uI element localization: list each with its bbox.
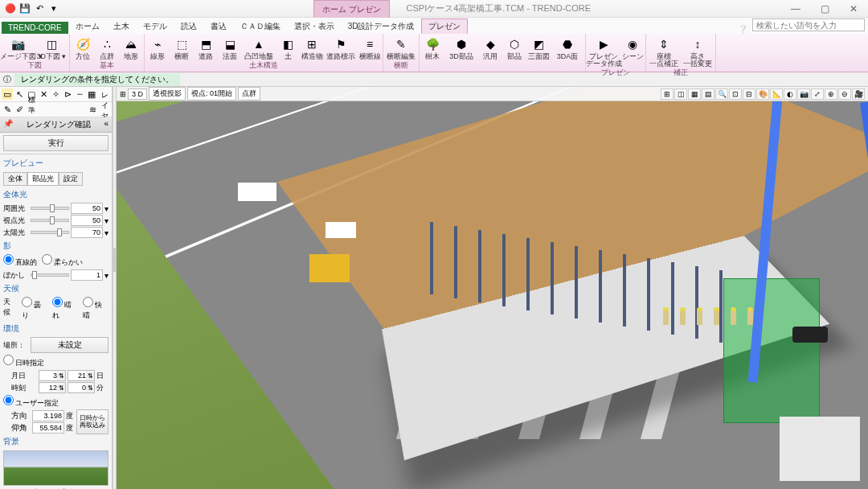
ribbon-button[interactable]: ▲凸凹地盤 bbox=[243, 35, 275, 60]
ribbon-button[interactable]: ▶プレゼン データ作成 bbox=[588, 35, 620, 68]
layer-dropdown[interactable]: レイヤ ▾ bbox=[99, 104, 110, 115]
subtab-partlight[interactable]: 部品光 bbox=[27, 172, 59, 186]
blur-input[interactable] bbox=[71, 269, 103, 281]
viewport-tool-icon[interactable]: 📷 bbox=[797, 88, 810, 100]
viewport-tool-icon[interactable]: ◫ bbox=[674, 88, 687, 100]
viewport-tool-icon[interactable]: ⊞ bbox=[661, 88, 674, 100]
undo-icon[interactable]: ↶ bbox=[34, 3, 45, 14]
ribbon-button[interactable]: 📷イメージ下図 ▾ bbox=[2, 35, 34, 60]
reload-from-datetime-button[interactable]: 日時から 再取込み bbox=[76, 409, 108, 434]
blur-slider[interactable] bbox=[31, 273, 69, 277]
weather-cloudy[interactable]: 曇り bbox=[22, 297, 47, 321]
ambient-slider[interactable] bbox=[31, 207, 69, 210]
direction-input[interactable] bbox=[32, 410, 64, 421]
ribbon-button[interactable]: ⬚横断 bbox=[170, 35, 193, 60]
ribbon-button[interactable]: ⬒道路 bbox=[194, 35, 217, 60]
arrow-tool-icon[interactable]: ↖ bbox=[14, 88, 25, 100]
weather-sunny[interactable]: 晴れ bbox=[52, 297, 78, 321]
viewport-3d-label[interactable]: 3 D bbox=[128, 88, 147, 100]
tab-civil[interactable]: 土木 bbox=[107, 19, 136, 34]
edit2-icon[interactable]: ✐ bbox=[14, 104, 25, 115]
panel-close-icon[interactable]: « bbox=[104, 119, 108, 130]
redo-icon[interactable]: ▾ bbox=[48, 3, 59, 14]
viewport-tool-icon[interactable]: 🎥 bbox=[852, 88, 865, 100]
viewport-tool-icon[interactable]: ⊡ bbox=[729, 88, 742, 100]
minimize-button[interactable]: ― bbox=[781, 0, 810, 18]
ribbon-button[interactable]: ◉シーン bbox=[621, 35, 644, 68]
dash-tool-icon[interactable]: ┄ bbox=[74, 88, 85, 100]
ribbon-button[interactable]: ⬣3DA面 bbox=[551, 35, 583, 71]
ribbon-button[interactable]: ⌁線形 bbox=[146, 35, 169, 60]
sunlight-slider[interactable] bbox=[31, 231, 69, 234]
subtab-overall[interactable]: 全体 bbox=[3, 172, 27, 186]
maximize-button[interactable]: ▢ bbox=[810, 0, 839, 18]
ribbon-button[interactable]: ◩三面図 bbox=[527, 35, 550, 71]
ribbon-button[interactable]: ⛰地形 bbox=[120, 35, 142, 60]
tab-export[interactable]: 書込 bbox=[204, 19, 233, 34]
viewport-tool-icon[interactable]: ▤ bbox=[702, 88, 714, 100]
ribbon-button[interactable]: ◫3D下図 ▾ bbox=[35, 35, 68, 60]
execute-button[interactable]: 実行 bbox=[3, 135, 108, 151]
weather-clear[interactable]: 快晴 bbox=[83, 297, 108, 321]
month-spinner[interactable]: ⇅ bbox=[39, 370, 66, 381]
ribbon-button[interactable]: ≡横断線 bbox=[358, 35, 381, 60]
viewport-mode-icon[interactable]: ⊞ bbox=[120, 90, 126, 98]
viewlight-dropdown-icon[interactable]: ▾ bbox=[104, 216, 108, 225]
edit-icon[interactable]: ✎ bbox=[2, 104, 13, 115]
save-icon[interactable]: 💾 bbox=[19, 3, 31, 14]
viewport-viewpoint[interactable]: 視点: 01開始 bbox=[187, 87, 236, 101]
day-spinner[interactable]: ⇅ bbox=[68, 370, 95, 381]
viewlight-slider[interactable] bbox=[31, 219, 69, 222]
tab-model[interactable]: モデル bbox=[137, 19, 174, 34]
ruler-tool-icon[interactable]: ✕ bbox=[38, 88, 49, 100]
min-spinner[interactable]: ⇅ bbox=[68, 382, 95, 393]
hour-spinner[interactable]: ⇅ bbox=[39, 382, 66, 393]
subtab-settings[interactable]: 設定 bbox=[59, 172, 83, 186]
ribbon-button[interactable]: ⊞構造物 bbox=[301, 35, 323, 60]
ambient-dropdown-icon[interactable]: ▾ bbox=[104, 204, 108, 213]
blur-dropdown-icon[interactable]: ▾ bbox=[104, 271, 108, 280]
layer-icon[interactable]: ≋ bbox=[87, 104, 98, 115]
viewport-tool-icon[interactable]: 🔍 bbox=[715, 88, 728, 100]
select-tool-icon[interactable]: ▭ bbox=[2, 88, 13, 100]
user-option[interactable]: ユーザー指定 bbox=[3, 395, 59, 409]
viewport-tool-icon[interactable]: ⊕ bbox=[825, 88, 837, 100]
more-tool-icon[interactable]: ⊳ bbox=[62, 88, 73, 100]
ribbon-button[interactable]: ◧土 bbox=[276, 35, 299, 60]
viewport-tool-icon[interactable]: ▦ bbox=[688, 88, 701, 100]
viewport-tool-icon[interactable]: ⤢ bbox=[811, 88, 824, 100]
sunlight-input[interactable] bbox=[71, 227, 103, 238]
viewport-tool-icon[interactable]: ⊖ bbox=[838, 88, 851, 100]
tab-cad[interactable]: ＣＡＤ編集 bbox=[234, 19, 287, 34]
ribbon-button[interactable]: ⚑道路標示 bbox=[325, 35, 357, 60]
grid-tool-icon[interactable]: ▦ bbox=[86, 88, 97, 100]
panel-pin-icon[interactable]: 📌 bbox=[3, 119, 13, 130]
ribbon-button[interactable]: 🌳樹木 bbox=[421, 35, 444, 71]
viewport-tool-icon[interactable]: 📐 bbox=[770, 88, 783, 100]
ribbon-button[interactable]: ⬢3D部品 bbox=[445, 35, 477, 71]
ambient-input[interactable] bbox=[71, 203, 103, 214]
ribbon-button[interactable]: ↕高さ 一括変更 bbox=[682, 35, 714, 68]
ribbon-button[interactable]: ✎横断編集 bbox=[385, 35, 417, 60]
brand-button[interactable]: TREND-CORE bbox=[2, 22, 68, 34]
viewlight-input[interactable] bbox=[71, 215, 103, 226]
place-button[interactable]: 未設定 bbox=[31, 337, 108, 353]
viewport-tool-icon[interactable]: 🎨 bbox=[756, 88, 769, 100]
search-input[interactable] bbox=[752, 18, 865, 31]
sunlight-dropdown-icon[interactable]: ▾ bbox=[104, 228, 108, 237]
viewport-tool-icon[interactable]: ◐ bbox=[784, 88, 796, 100]
tab-home[interactable]: ホーム bbox=[69, 19, 106, 34]
viewport-tool-icon[interactable]: ⊟ bbox=[743, 88, 755, 100]
datetime-option[interactable]: 日時指定 bbox=[3, 355, 44, 368]
tab-3ddata[interactable]: 3D設計データ作成 bbox=[342, 19, 421, 34]
shadow-linear-option[interactable]: 直線的 bbox=[3, 254, 37, 268]
standard-dropdown[interactable]: 標準 ▾ bbox=[26, 104, 37, 115]
tab-select[interactable]: 選択・表示 bbox=[288, 19, 341, 34]
close-button[interactable]: ✕ bbox=[839, 0, 868, 18]
tab-import[interactable]: 読込 bbox=[174, 19, 203, 34]
background-preview[interactable] bbox=[3, 450, 108, 486]
ribbon-button[interactable]: ⇕座標 一点補正 bbox=[648, 35, 680, 68]
ribbon-button[interactable]: ◆汎用 bbox=[479, 35, 502, 71]
ribbon-button[interactable]: 🧭方位 bbox=[72, 35, 94, 60]
viewport-projection[interactable]: 透視投影 bbox=[149, 87, 186, 101]
